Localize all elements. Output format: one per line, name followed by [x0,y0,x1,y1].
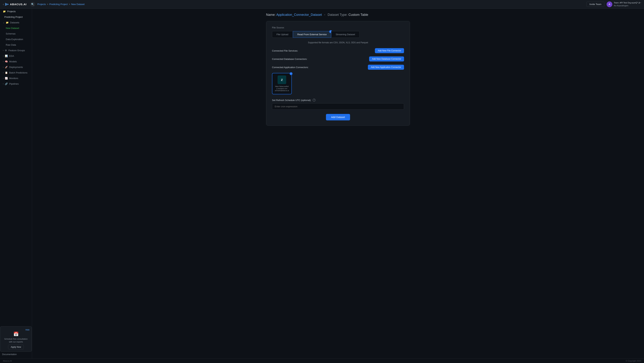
team-label: Team: API Test Org auzeQ^,&~ [614,1,641,4]
chevron-right-batch-icon: › [3,72,4,74]
breadcrumb-project[interactable]: Predicting Project [49,3,68,5]
new-dataset-label: New Dataset [6,27,19,29]
tab-file-upload[interactable]: File Upload [272,31,293,38]
add-app-connector-button[interactable]: Add New Application Connector [368,65,404,70]
tab-read-external[interactable]: Read From External Service ✓ [293,31,331,38]
sidebar-item-monitors[interactable]: › 📈 Monitors [1,76,31,81]
refresh-row: Set Refresh Schedule UTC (optional): ? [272,99,404,101]
refresh-label: Set Refresh Schedule UTC (optional): [272,99,311,101]
chevron-right-pipelines-icon: › [3,83,4,85]
search-icon[interactable]: 🔍 [30,2,35,7]
calendar-icon: 📅 [2,332,30,337]
top-navigation: ‹ ABACUS.AI 🔍 Projects > Predicting Proj… [0,0,644,9]
chevron-right-monitors-icon: › [3,77,4,79]
consultation-card: Hide 📅 Schedule free consultation with o… [0,326,32,352]
projects-label: Projects [7,10,16,13]
sidebar-item-batch-predictions[interactable]: › 📋 Batch Predictions [1,70,31,75]
header-name-prefix: Name: [266,13,276,16]
sidebar-item-new-dataset[interactable]: New Dataset [1,25,31,31]
connector-url: https://abacusaihelp.zendesk.com avinash… [274,85,289,92]
cron-input[interactable] [272,103,404,110]
sidebar-item-raw-data[interactable]: Raw Data [1,42,31,47]
database-connectors-row: Connected Database Connectors: Add New D… [272,56,404,61]
documentation-link[interactable]: Documentation [0,352,32,357]
footer-app-label: Abacus.AI [3,360,12,362]
chevron-right-icon: › [3,49,4,51]
sidebar-projects-label[interactable]: 📁 Projects [1,9,31,14]
schemas-label: Schemas [6,32,16,35]
sidebar-item-feature-groups[interactable]: › ⚙ Feature Groups [1,48,31,53]
supported-formats-text: Supported file formats are CSV, JSON, XL… [272,41,404,44]
chevron-right-models-icon: › [3,60,4,62]
source-tabs: File Upload Read From External Service ✓… [272,31,404,38]
logo-text: ABACUS.AI [10,3,26,6]
app-body: 📁 Projects Predicting Project ⌄ 📁 Datase… [0,9,644,359]
chevron-right-deployments-icon: › [3,66,4,68]
add-file-connector-button[interactable]: Add New File Connector [375,48,404,53]
tab-streaming[interactable]: Streaming Dataset [331,31,360,38]
sidebar-item-schemas[interactable]: Schemas [1,31,31,36]
back-icon[interactable]: ‹ [3,3,4,6]
zendesk-connector-card[interactable]: ✓ Z https://abacusaihelp.zendesk.com avi… [272,73,292,94]
data-exploration-label: Data Exploration [6,38,23,41]
file-services-row: Connected File Services: Add New File Co… [272,48,404,53]
sidebar-item-datasets[interactable]: ⌄ 📁 Datasets [1,20,31,25]
connector-email: avinash@abacus.ai [275,90,289,91]
dataset-name: Application_Connector_Dataset [276,13,322,16]
models-icon: 🧠 [5,60,8,63]
file-source-label: File Source: [272,26,404,29]
add-database-connector-button[interactable]: Add New Database Connector [369,56,404,61]
chevron-right-eda-icon: › [3,55,4,57]
chevron-down-icon: ⌄ [3,21,4,23]
invite-team-button[interactable]: Invite Team [586,1,604,7]
breadcrumb-sep-1: > [47,3,48,5]
bottom-bar: Abacus.AI © Copyright 2023 [0,359,644,363]
sidebar-item-pipelines[interactable]: › 🔗 Pipelines [1,81,31,86]
logo: ABACUS.AI [5,3,26,6]
models-label: Models [9,60,17,63]
app-connectors-row: Connected Application Connectors: Add Ne… [272,65,404,70]
batch-icon: 📋 [5,71,8,74]
dtype-label: Dataset Type: [328,13,348,16]
apply-now-button[interactable]: Apply Now [8,345,24,349]
hide-link[interactable]: Hide [2,329,30,331]
breadcrumb: Projects > Predicting Project > New Data… [38,3,84,5]
eda-icon: 📊 [5,55,8,57]
footer-copyright: © Copyright 2023 [626,360,641,362]
search-area: 🔍 [30,2,35,7]
logo-bar-1 [5,3,6,6]
datasets-icon: 📁 [6,21,9,24]
user-avatar: A Team: API Test Org auzeQ^,&~ Avi Arjav… [606,1,641,7]
database-connectors-label: Connected Database Connectors: [272,58,307,60]
read-external-label: Read From External Service [297,33,327,36]
raw-data-label: Raw Data [6,43,16,46]
breadcrumb-projects[interactable]: Projects [38,3,46,5]
sidebar: 📁 Projects Predicting Project ⌄ 📁 Datase… [0,9,32,359]
pipelines-icon: 🔗 [5,82,8,85]
sidebar-project-name[interactable]: Predicting Project [1,14,31,19]
connector-url-text: https://abacusaihelp.zendesk.com [275,85,288,89]
sidebar-bottom: Hide 📅 Schedule free consultation with o… [0,326,32,357]
sidebar-item-data-exploration[interactable]: Data Exploration [1,37,31,42]
page-header: Name: Application_Connector_Dataset - Da… [266,13,410,17]
svg-text:Z: Z [281,78,283,81]
main-card: File Source: File Upload Read From Exter… [266,21,410,126]
dtype-value-text: Custom Table [348,13,368,16]
sidebar-item-models[interactable]: › 🧠 Models [1,59,31,64]
app-connectors-label: Connected Application Connectors: [272,66,308,69]
logo-bar-2 [6,3,7,5]
sidebar-item-eda[interactable]: › 📊 EDA [1,53,31,58]
help-icon[interactable]: ? [313,99,316,101]
sidebar-item-deployments[interactable]: › 🚀 Deployments [1,64,31,70]
projects-icon: 📁 [3,10,6,13]
logo-bar-3 [7,3,8,5]
pipelines-label: Pipelines [9,82,19,85]
eda-label: EDA [9,55,14,57]
file-services-label: Connected File Services: [272,49,298,52]
add-dataset-button[interactable]: Add Dataset [326,114,350,120]
monitors-icon: 📈 [5,77,8,80]
app-connectors-area: ✓ Z https://abacusaihelp.zendesk.com avi… [272,73,404,94]
user-info: Team: API Test Org auzeQ^,&~ Avi Arjaval… [614,1,641,7]
logo-mark [5,3,8,6]
connector-check-icon: ✓ [290,72,292,75]
